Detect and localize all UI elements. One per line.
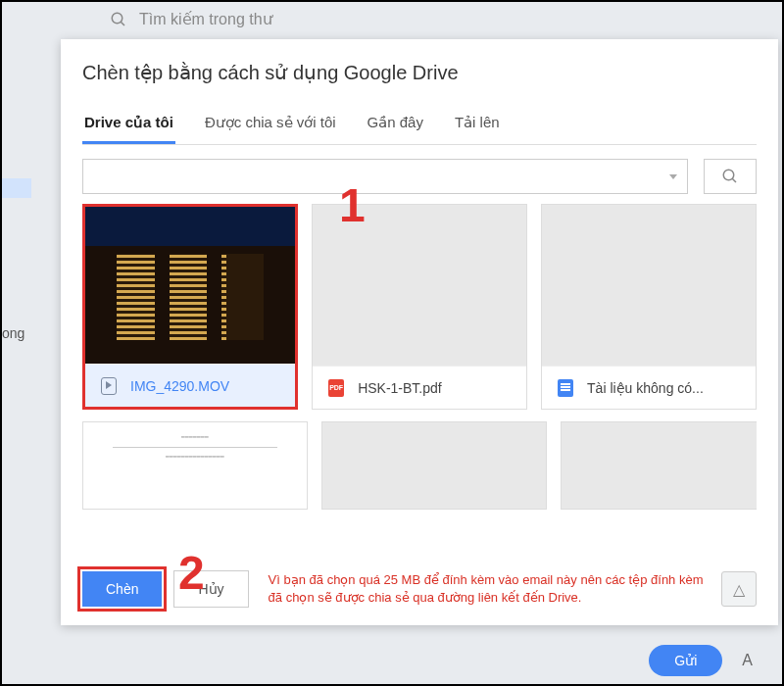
tab-recent[interactable]: Gần đây	[366, 104, 425, 144]
file-name: IMG_4290.MOV	[130, 378, 229, 394]
file-card-stub[interactable]: ━━━━━━━━━━━━━━━━━━━━━━	[82, 421, 308, 510]
doc-icon	[558, 380, 573, 396]
tab-upload[interactable]: Tải lên	[453, 104, 502, 144]
tab-my-drive[interactable]: Drive của tôi	[82, 104, 175, 144]
dialog-footer: Chèn Hủy Vì bạn đã chọn quá 25 MB để đín…	[82, 557, 757, 608]
tabs: Drive của tôi Được chia sẻ với tôi Gần đ…	[82, 104, 757, 145]
file-card-stub[interactable]	[321, 421, 547, 510]
drive-icon: △	[721, 571, 757, 607]
filter-dropdown[interactable]	[82, 159, 688, 194]
chevron-down-icon	[669, 174, 677, 179]
file-card-doc[interactable]: Tài liệu không có...	[541, 204, 757, 410]
file-card-stub[interactable]	[561, 421, 757, 510]
sidebar-fragment: ong	[2, 325, 24, 341]
file-footer: PDF HSK-1-BT.pdf	[313, 366, 526, 409]
file-thumbnail	[313, 205, 526, 366]
file-name: Tài liệu không có...	[587, 380, 704, 396]
search-placeholder: Tìm kiếm trong thư	[139, 10, 272, 28]
search-icon	[721, 168, 739, 185]
file-footer: Tài liệu không có...	[542, 366, 756, 409]
filter-row	[82, 159, 757, 194]
compose-footer: Gửi A	[649, 645, 753, 676]
search-button[interactable]	[704, 159, 757, 194]
video-icon	[101, 378, 117, 394]
file-row-2: ━━━━━━━━━━━━━━━━━━━━━━	[82, 421, 757, 510]
svg-line-1	[121, 22, 124, 25]
pdf-icon: PDF	[328, 380, 344, 396]
tab-shared[interactable]: Được chia sẻ với tôi	[203, 104, 338, 144]
size-warning: Vì bạn đã chọn quá 25 MB để đính kèm vào…	[261, 571, 710, 607]
send-button[interactable]: Gửi	[649, 645, 722, 676]
search-icon	[110, 11, 127, 28]
format-icon[interactable]: A	[742, 652, 753, 669]
svg-point-2	[723, 170, 734, 180]
file-name: HSK-1-BT.pdf	[358, 380, 442, 396]
cancel-button[interactable]: Hủy	[173, 570, 248, 608]
svg-point-0	[112, 13, 122, 24]
file-card-mov[interactable]: IMG_4290.MOV	[82, 204, 298, 410]
file-card-pdf[interactable]: PDF HSK-1-BT.pdf	[312, 204, 527, 410]
dialog-title: Chèn tệp bằng cách sử dụng Google Drive	[82, 61, 757, 84]
file-thumbnail	[85, 207, 295, 364]
sidebar-selection	[2, 178, 31, 198]
svg-line-3	[732, 178, 736, 182]
drive-picker-dialog: Chèn tệp bằng cách sử dụng Google Drive …	[61, 39, 778, 625]
file-footer: IMG_4290.MOV	[85, 364, 295, 407]
file-thumbnail	[542, 205, 756, 366]
insert-button[interactable]: Chèn	[82, 571, 162, 607]
search-bar[interactable]: Tìm kiếm trong thư	[110, 10, 272, 28]
doc-preview: ━━━━━━━━━━━━━━━━━━━━━━	[93, 432, 297, 463]
file-grid: IMG_4290.MOV PDF HSK-1-BT.pdf Tài liệu k…	[82, 204, 757, 557]
